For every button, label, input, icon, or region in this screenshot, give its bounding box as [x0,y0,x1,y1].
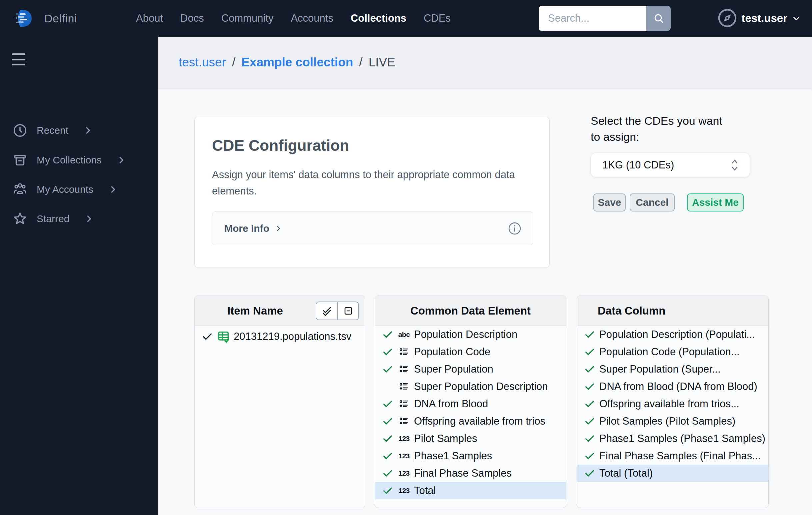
select-updown-icon [729,158,740,172]
breadcrumb-user-link[interactable]: test.user [179,55,226,70]
info-icon[interactable] [508,221,522,236]
breadcrumb-bar: test.user / Example collection / LIVE [158,37,812,88]
data-column-label: Pilot Samples (Pilot Samples) [599,415,735,427]
minus-square-icon [343,305,354,316]
search-input[interactable] [539,6,646,31]
item-row[interactable]: 20131219.populations.tsv [195,326,365,347]
cancel-button[interactable]: Cancel [630,193,675,212]
cde-row[interactable]: Final Phase Samples [375,465,566,482]
sidebar-item-starred[interactable]: Starred [0,208,158,229]
check-icon [382,346,393,358]
data-type-icon [397,416,411,426]
cde-label: Pilot Samples [414,433,477,444]
data-column-row[interactable]: Population Code (Population... [577,343,768,360]
data-type-icon [397,330,411,338]
save-button[interactable]: Save [593,193,626,212]
nav-link[interactable]: Community [221,12,274,24]
more-info-row[interactable]: More Info [212,212,533,245]
sidebar-item-my-accounts[interactable]: My Accounts [0,179,158,200]
item-name-list: 20131219.populations.tsv [195,326,365,347]
cde-row[interactable]: Population Description [375,326,566,343]
nav-link[interactable]: About [136,12,163,24]
data-column-row[interactable]: DNA from Blood (DNA from Blood) [577,378,768,395]
item-name-header: Item Name [195,296,365,326]
data-column-row[interactable]: Population Description (Populati... [577,326,768,343]
cde-label: Offspring available from trios [414,415,545,427]
enum-list-icon [399,347,409,357]
user-menu[interactable]: test.user [741,0,801,37]
check-icon [382,450,393,462]
chevron-right-icon [274,224,283,233]
search-button[interactable] [646,6,671,31]
cde-label: Phase1 Samples [414,450,492,462]
common-data-element-panel: Common Data Element [375,296,566,508]
cde-row[interactable]: Offspring available from trios [375,413,566,430]
check-icon [202,331,213,342]
cde-row[interactable]: Pilot Samples [375,430,566,447]
compass-icon[interactable] [717,7,738,29]
nav-link[interactable]: Docs [180,12,204,24]
check-icon [382,363,393,375]
sidebar-item-label: My Collections [37,155,102,166]
sidebar-item-label: Recent [37,125,68,136]
sidebar-item-my-collections[interactable]: My Collections [0,150,158,171]
cde-row[interactable]: DNA from Blood [375,395,566,413]
item-name-panel: Item Name [194,296,365,508]
user-name: test.user [741,12,787,25]
data-column-header: Data Column [577,296,768,326]
item-select-button-group [316,301,359,320]
cde-row[interactable]: Phase1 Samples [375,447,566,465]
cde-label: Super Population [414,363,493,375]
cde-row[interactable]: Super Population Description [375,378,566,395]
data-column-label: DNA from Blood (DNA from Blood) [599,381,757,392]
clock-icon [12,123,28,138]
data-column-row[interactable]: Offspring available from trios... [577,395,768,413]
check-icon [382,415,393,427]
nav-link[interactable]: Collections [351,12,406,24]
panel-title: Item Name [195,304,316,317]
hamburger-menu-icon[interactable] [9,51,29,67]
check-icon [584,468,595,479]
data-column-label: Final Phase Samples (Final Phas... [599,450,761,462]
spreadsheet-file-icon [217,330,230,343]
check-icon [382,398,393,410]
deselect-all-button[interactable] [337,302,358,320]
cde-select[interactable]: 1KG (10 CDEs) [591,153,750,177]
nav-link[interactable]: Accounts [291,12,334,24]
data-column-label: Population Description (Populati... [599,329,755,341]
data-type-icon [397,382,411,391]
sidebar-item-label: Starred [37,213,69,224]
item-name: 20131219.populations.tsv [234,330,351,343]
main-nav: About Docs Community Accounts Collection… [136,0,451,37]
data-column-row[interactable]: Pilot Samples (Pilot Samples) [577,413,768,430]
cde-row[interactable]: Population Code [375,343,566,360]
check-icon [584,381,595,392]
sidebar-item-label: My Accounts [37,184,93,195]
data-column-row[interactable]: Phase1 Samples (Phase1 Samples) [577,430,768,447]
chevron-right-icon [116,155,126,165]
chevron-right-icon [83,126,93,135]
cde-row[interactable]: Super Population [375,360,566,378]
data-type-icon [397,347,411,357]
assist-me-button[interactable]: Assist Me [687,193,744,212]
check-icon [584,398,595,410]
breadcrumb-collection-link[interactable]: Example collection [241,55,353,70]
check-icon [584,329,595,340]
cde-row[interactable]: Total [375,482,566,499]
breadcrumb-status: LIVE [369,55,395,70]
assign-label: Select the CDEs you want to assign: [591,113,734,145]
app-root: Delfini About Docs Community Accounts Co… [0,0,812,515]
data-column-label: Phase1 Samples (Phase1 Samples) [599,433,765,444]
data-column-row[interactable]: Total (Total) [577,465,768,482]
breadcrumb-separator: / [359,55,362,70]
data-column-label: Offspring available from trios... [599,398,740,410]
data-column-row[interactable]: Final Phase Samples (Final Phas... [577,447,768,465]
cde-select-value: 1KG (10 CDEs) [602,159,729,171]
more-info-label: More Info [224,223,269,234]
enum-list-icon [399,382,409,391]
select-all-button[interactable] [316,302,337,320]
sidebar-item-recent[interactable]: Recent [0,120,158,141]
data-column-row[interactable]: Super Population (Super... [577,360,768,378]
nav-link[interactable]: CDEs [424,12,451,24]
data-type-icon [397,435,411,443]
